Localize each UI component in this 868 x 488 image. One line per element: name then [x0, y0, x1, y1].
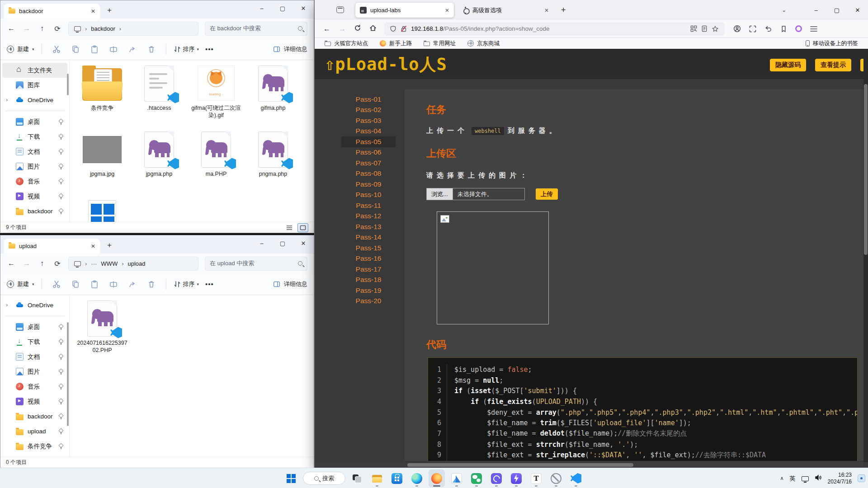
details-pane-button[interactable]: 详细信息 — [273, 45, 307, 53]
sidebar-item[interactable]: 音乐 — [2, 379, 67, 394]
back-icon[interactable]: ← — [319, 25, 335, 33]
nav-pass-item[interactable]: Pass-13 — [341, 221, 396, 232]
wechat-icon[interactable] — [468, 469, 485, 487]
task-view-icon[interactable] — [349, 469, 365, 487]
forward-icon[interactable]: → — [335, 25, 350, 33]
url-bar[interactable]: 192.168.1.8/Pass-05/index.php?action=sho… — [384, 22, 724, 36]
file-input[interactable]: 浏览... 未选择文件。 — [426, 188, 525, 200]
forward-icon[interactable]: → — [22, 24, 31, 33]
cut-button[interactable] — [49, 280, 64, 289]
breadcrumb-ellipsis[interactable]: ··· — [91, 260, 97, 267]
bookmark-item[interactable]: 火狐官方站点 — [325, 40, 368, 47]
nav-pass-item[interactable]: Pass-17 — [341, 264, 396, 275]
nav-pass-item[interactable]: Pass-20 — [341, 296, 396, 307]
close-button[interactable]: ✕ — [293, 235, 314, 251]
sidebar-item[interactable]: 文档 — [2, 349, 67, 364]
nav-pass-item[interactable]: Pass-08 — [341, 169, 396, 179]
sidebar-item[interactable]: 主文件夹 — [2, 63, 67, 78]
file-item[interactable]: pngma.png — [75, 197, 129, 222]
back-icon[interactable]: ← — [7, 24, 16, 33]
nav-pass-item[interactable]: Pass-11 — [341, 200, 396, 211]
minimize-button[interactable]: – — [251, 0, 272, 16]
nav-pass-item[interactable]: Pass-05 — [341, 136, 396, 147]
new-tab-button[interactable]: + — [107, 241, 112, 250]
microsoft-store-icon[interactable] — [389, 469, 405, 487]
file-item[interactable]: pngma.php — [246, 131, 300, 197]
purple-loop-app-icon[interactable] — [488, 469, 505, 487]
breadcrumb[interactable]: › backdoor › — [68, 22, 198, 36]
shield-icon[interactable] — [390, 25, 396, 33]
proxy-app-icon[interactable] — [548, 469, 564, 487]
refresh-icon[interactable]: ⟳ — [53, 24, 62, 33]
nav-pass-item[interactable]: Pass-14 — [341, 232, 396, 243]
maximize-button[interactable]: ▢ — [272, 0, 293, 16]
mobile-bookmarks[interactable]: 移动设备上的书签 — [805, 40, 858, 47]
details-pane-button[interactable]: 详细信息 — [273, 280, 307, 288]
explorer-tab-backdoor[interactable]: backdoor ✕ — [4, 4, 100, 19]
url-text[interactable]: 192.168.1.8/Pass-05/index.php?action=sho… — [411, 25, 686, 32]
sidebar-item[interactable]: 桌面 — [2, 114, 67, 129]
tab-close-icon[interactable]: ✕ — [91, 243, 95, 249]
breadcrumb-item[interactable]: upload — [128, 260, 146, 267]
home-icon[interactable] — [365, 24, 381, 33]
breadcrumb-item[interactable]: WWW — [101, 260, 118, 267]
nav-pass-item[interactable]: Pass-04 — [341, 126, 396, 137]
insecure-lock-icon[interactable] — [401, 25, 407, 33]
more-options-icon[interactable]: ••• — [205, 280, 214, 288]
taskbar-search[interactable]: 搜索 — [303, 472, 345, 485]
paste-button[interactable] — [87, 280, 102, 289]
delete-button[interactable] — [144, 280, 159, 289]
file-item[interactable]: ma.PHP — [189, 131, 243, 197]
tab-close-icon[interactable]: ✕ — [544, 7, 549, 14]
chevron-right-icon[interactable]: › — [6, 96, 8, 103]
horizontal-scrollbar[interactable] — [315, 462, 863, 468]
nav-pass-item[interactable]: Pass-15 — [341, 243, 396, 253]
firefox-view-icon[interactable] — [336, 6, 344, 13]
sort-button[interactable]: 排序▾ — [174, 280, 199, 288]
new-button[interactable]: 新建▾ — [7, 45, 34, 53]
upload-submit-button[interactable]: 上传 — [536, 188, 558, 200]
notification-icon[interactable] — [858, 474, 865, 482]
start-button-icon[interactable] — [287, 474, 291, 478]
copy-button[interactable] — [68, 280, 83, 289]
header-button[interactable]: 隐藏源码 — [770, 59, 806, 71]
rename-button[interactable] — [106, 280, 121, 289]
tray-expand-icon[interactable]: ∧ — [780, 475, 784, 481]
close-button[interactable]: ✕ — [293, 0, 314, 16]
sidebar-item[interactable]: › OneDrive — [2, 93, 67, 108]
bookmark-star-icon[interactable] — [712, 25, 719, 33]
reader-mode-icon[interactable] — [701, 25, 708, 32]
library-icon[interactable] — [780, 25, 787, 33]
nav-pass-item[interactable]: Pass-16 — [341, 253, 396, 264]
list-view-button[interactable] — [284, 223, 295, 232]
copy-button[interactable] — [68, 45, 83, 54]
search-input[interactable]: 在 upload 中搜索 — [205, 257, 307, 271]
nav-pass-item[interactable]: Pass-10 — [341, 190, 396, 201]
browse-button[interactable]: 浏览... — [427, 188, 453, 200]
header-button[interactable]: 查看提示 — [815, 59, 851, 71]
sidebar-item[interactable]: backdoor — [2, 409, 67, 424]
vertical-scrollbar[interactable] — [863, 49, 868, 462]
breadcrumb-item[interactable]: backdoor — [91, 25, 115, 32]
new-button[interactable]: 新建▾ — [7, 280, 34, 288]
thumbnail-view-button[interactable] — [297, 223, 308, 232]
sidebar-item[interactable]: upload — [2, 424, 67, 439]
sidebar-item[interactable]: 图库 — [2, 78, 67, 93]
bookmark-item[interactable]: 京东商城 — [467, 40, 500, 47]
vscode-icon[interactable] — [568, 469, 584, 487]
paste-button[interactable] — [87, 45, 102, 54]
volume-icon[interactable] — [815, 474, 822, 483]
account-icon[interactable] — [733, 25, 741, 33]
sidebar-item[interactable]: 桌面 — [2, 319, 67, 334]
file-item[interactable]: jpgma.php — [132, 131, 186, 197]
back-icon[interactable]: ← — [7, 259, 16, 267]
sidebar-item[interactable]: 图片 — [2, 159, 67, 174]
sidebar-item[interactable]: 文档 — [2, 144, 67, 159]
sidebar-item[interactable]: 条件竞争 — [2, 439, 67, 454]
qr-code-icon[interactable] — [690, 25, 697, 32]
delete-button[interactable] — [144, 45, 159, 54]
reload-icon[interactable] — [350, 24, 365, 33]
share-button[interactable] — [125, 280, 140, 289]
sidebar-item[interactable]: 音乐 — [2, 174, 67, 189]
sidebar-item[interactable]: › OneDrive — [2, 298, 67, 313]
